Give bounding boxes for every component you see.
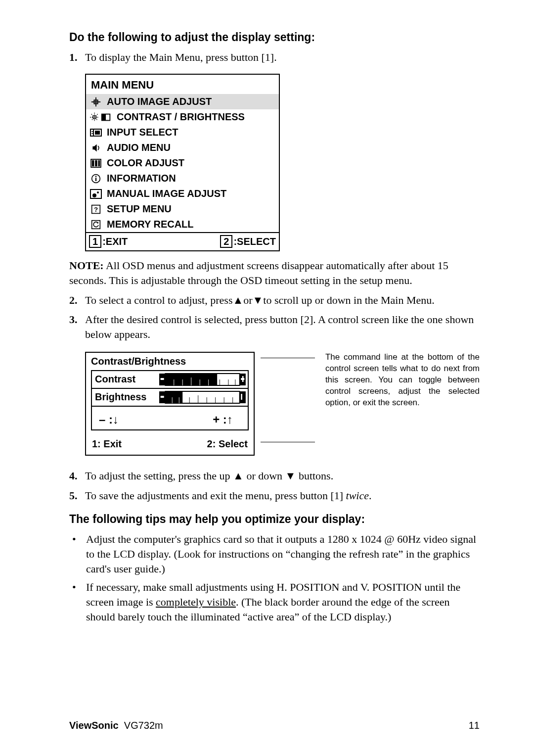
menu-item-setup-menu: ? SETUP MENU <box>86 201 279 217</box>
menu-item-information: INFORMATION <box>86 171 279 186</box>
slider-bar-icon <box>159 373 246 386</box>
svg-point-24 <box>97 191 99 193</box>
osd-main-menu: MAIN MENU AUTO IMAGE ADJUST CONTRAST / B… <box>85 74 280 252</box>
menu-item-label: AUDIO MENU <box>107 141 171 154</box>
menu-item-audio-menu: AUDIO MENU <box>86 140 279 155</box>
step-1: 1. To display the Main Menu, press butto… <box>69 50 480 65</box>
tips-list: • Adjust the computer's graphics card so… <box>69 532 480 624</box>
up-triangle-icon: ▲ <box>233 470 244 482</box>
step-number: 3. <box>69 312 85 341</box>
key-1-box: 1 <box>89 235 101 248</box>
menu-item-memory-recall: MEMORY RECALL <box>86 217 279 232</box>
step-text: To display the Main Menu, press button [… <box>85 50 480 65</box>
menu-item-label: MANUAL IMAGE ADJUST <box>107 187 226 200</box>
step-text-b: or <box>243 294 252 306</box>
step-text-a: To select a control to adjust, press <box>85 294 232 306</box>
svg-rect-46 <box>241 394 242 400</box>
menu-item-auto-image-adjust: AUTO IMAGE ADJUST <box>86 94 279 109</box>
svg-rect-45 <box>240 391 246 403</box>
up-arrow-icon: ↑ <box>227 413 233 426</box>
key-2-box: 2 <box>220 235 232 248</box>
menu-item-label: SETUP MENU <box>107 202 172 216</box>
question-box-icon: ? <box>89 204 103 215</box>
main-menu-footer: 1:EXIT 2:SELECT <box>86 232 279 250</box>
svg-rect-21 <box>95 178 96 181</box>
menu-item-label: INFORMATION <box>107 172 176 185</box>
step-text-a: To save the adjustments and exit the men… <box>85 489 346 502</box>
plus-text: + : <box>213 413 227 426</box>
tip-item: • If necessary, make small adjustments u… <box>69 580 480 624</box>
plus-label: + :↑ <box>213 412 233 427</box>
select-label: :SELECT <box>233 236 276 247</box>
svg-point-20 <box>95 176 97 177</box>
cb-exit-label: 1: Exit <box>92 437 122 451</box>
menu-item-label: COLOR ADJUST <box>107 156 184 170</box>
speaker-icon <box>89 142 103 153</box>
menu-item-label: AUTO IMAGE ADJUST <box>107 95 212 108</box>
step-number: 4. <box>69 469 85 483</box>
svg-rect-16 <box>92 160 94 167</box>
svg-rect-32 <box>242 376 244 382</box>
input-select-icon <box>89 127 103 138</box>
info-icon <box>89 173 103 184</box>
tip-text: Adjust the computer's graphics card so t… <box>86 532 480 576</box>
step-number: 1. <box>69 50 85 65</box>
callout-leader-lines <box>264 352 316 456</box>
down-triangle-icon: ▼ <box>285 470 296 482</box>
step-3: 3. After the desired control is selected… <box>69 312 480 341</box>
menu-item-label: CONTRAST / BRIGHTNESS <box>117 110 245 124</box>
svg-rect-22 <box>90 189 101 198</box>
menu-item-label: MEMORY RECALL <box>107 218 194 231</box>
up-triangle-icon: ▲ <box>232 294 243 306</box>
cb-select-label: 2: Select <box>207 437 248 451</box>
note-paragraph: NOTE: All OSD menus and adjustment scree… <box>69 258 480 287</box>
menu-item-contrast-brightness: CONTRAST / BRIGHTNESS <box>86 109 279 125</box>
svg-rect-29 <box>161 378 164 380</box>
step-text: After the desired control is selected, p… <box>85 312 480 341</box>
cb-label: Brightness <box>92 390 159 404</box>
cb-title: Contrast/Brightness <box>86 353 254 370</box>
step-5: 5. To save the adjustments and exit the … <box>69 488 480 503</box>
menu-item-input-select: INPUT SELECT <box>86 125 279 140</box>
footer-page-number: 11 <box>469 719 480 732</box>
svg-rect-48 <box>165 391 182 403</box>
step-text-c: buttons. <box>296 470 333 482</box>
step-text: To select a control to adjust, press▲or▼… <box>85 293 480 308</box>
step-text-a: To adjust the setting, press the up <box>85 470 233 482</box>
down-arrow-icon: ↓ <box>113 413 119 426</box>
step-number: 2. <box>69 293 85 308</box>
bullet-dot: • <box>69 580 86 624</box>
svg-rect-44 <box>161 396 164 398</box>
down-triangle-icon: ▼ <box>253 294 264 306</box>
svg-rect-14 <box>95 131 100 135</box>
section-heading-2: The following tips may help you optimize… <box>69 512 480 527</box>
svg-rect-9 <box>102 114 106 121</box>
cb-label: Contrast <box>92 373 159 386</box>
bullet-dot: • <box>69 532 86 576</box>
contrast-brightness-panel: Contrast/Brightness Contrast <box>85 352 255 456</box>
cb-plus-minus-row: – :↓ + :↑ <box>92 407 248 429</box>
step-text-b: or down <box>244 470 285 482</box>
minus-text: – : <box>99 413 113 426</box>
document-page: Do the following to adjust the display s… <box>0 0 534 756</box>
svg-rect-17 <box>95 160 97 167</box>
footer-brand: ViewSonic <box>69 720 119 731</box>
step-text-b: . <box>369 489 372 502</box>
svg-rect-18 <box>98 160 100 167</box>
step-text: To adjust the setting, press the up ▲ or… <box>85 469 480 483</box>
step-4: 4. To adjust the setting, press the up ▲… <box>69 469 480 483</box>
tip-text-underline: completely visible <box>156 596 236 608</box>
cb-footer: 1: Exit 2: Select <box>86 434 254 455</box>
tip-text: If necessary, make small adjustments usi… <box>86 580 480 624</box>
step-text: To save the adjustments and exit the men… <box>85 488 480 503</box>
main-menu-title: MAIN MENU <box>86 75 279 94</box>
step-2: 2. To select a control to adjust, press▲… <box>69 293 480 308</box>
svg-text:?: ? <box>94 206 98 213</box>
section-heading-1: Do the following to adjust the display s… <box>69 30 480 45</box>
color-bars-icon <box>89 158 103 169</box>
cb-row-contrast: Contrast <box>92 371 248 389</box>
note-label: NOTE: <box>69 259 104 272</box>
menu-item-manual-image-adjust: MANUAL IMAGE ADJUST <box>86 186 279 201</box>
crosshair-icon <box>89 96 103 107</box>
recall-icon <box>89 219 103 230</box>
